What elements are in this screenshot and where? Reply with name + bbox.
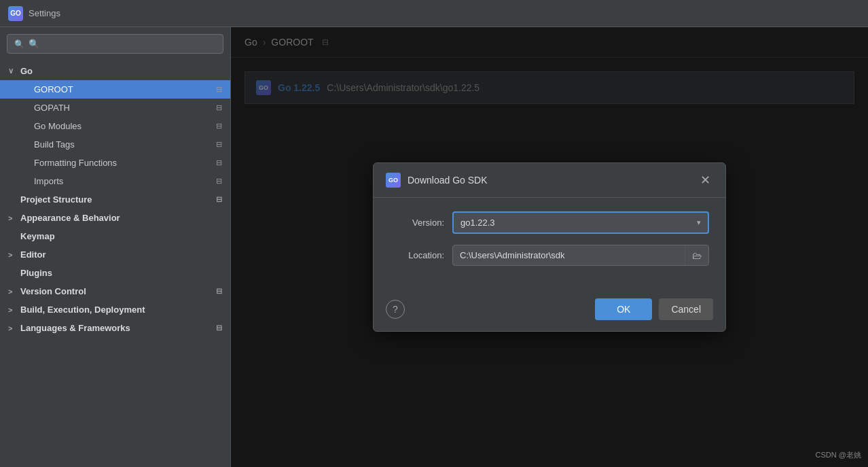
dialog-download-go-sdk: GO Download Go SDK ✕ Version: go1.22.3 ▾	[373, 162, 726, 332]
sidebar-item-goroot[interactable]: GOROOT ⊟	[0, 80, 230, 99]
sidebar-item-go[interactable]: ∨ Go	[0, 62, 230, 80]
help-button[interactable]: ?	[386, 300, 405, 319]
sidebar-item-label: GOROOT	[34, 84, 216, 94]
sidebar-item-label: Imports	[34, 176, 216, 186]
close-button[interactable]: ✕	[698, 173, 713, 188]
sidebar-item-label: Build, Execution, Deployment	[20, 305, 222, 315]
chevron-right-icon: >	[8, 288, 18, 296]
sidebar-item-editor[interactable]: > Editor	[0, 245, 230, 264]
sidebar-item-build-tags[interactable]: Build Tags ⊟	[0, 135, 230, 154]
location-row: Location: 🗁	[390, 245, 709, 266]
sidebar-item-label: Editor	[20, 249, 222, 260]
sidebar-item-appearance-behavior[interactable]: > Appearance & Behavior	[0, 209, 230, 227]
version-label: Version:	[390, 218, 444, 228]
dialog-go-icon: GO	[386, 173, 401, 188]
sidebar-item-label: Project Structure	[20, 194, 216, 205]
dialog-title: Download Go SDK	[408, 175, 691, 186]
search-input[interactable]	[29, 39, 216, 49]
search-container: 🔍	[0, 27, 230, 60]
sidebar-section: ∨ Go GOROOT ⊟ GOPATH ⊟ Go Modules ⊟	[0, 60, 230, 339]
location-input[interactable]	[453, 245, 685, 265]
sidebar-item-keymap[interactable]: Keymap	[0, 227, 230, 245]
main-layout: 🔍 ∨ Go GOROOT ⊟ GOPATH ⊟	[0, 27, 868, 467]
sidebar-item-label: Version Control	[20, 286, 216, 296]
sidebar-item-label: GOPATH	[34, 103, 216, 113]
content-area: Go › GOROOT ⊟ GO Go 1.22.5 C:\Users\Admi…	[231, 27, 868, 467]
sidebar-item-label: Keymap	[20, 231, 222, 241]
chevron-right-icon: >	[8, 324, 18, 332]
sync-icon: ⊟	[216, 85, 222, 94]
version-value: go1.22.3	[460, 218, 495, 228]
chevron-right-icon: >	[8, 251, 18, 259]
sync-icon: ⊟	[216, 140, 222, 149]
dialog-footer: ? OK Cancel	[374, 290, 725, 331]
sidebar: 🔍 ∨ Go GOROOT ⊟ GOPATH ⊟	[0, 27, 231, 467]
sidebar-item-label: Appearance & Behavior	[20, 213, 222, 223]
sidebar-item-label: Formatting Functions	[34, 158, 216, 168]
sidebar-item-imports[interactable]: Imports ⊟	[0, 172, 230, 190]
chevron-right-icon: >	[8, 214, 18, 222]
dropdown-arrow-icon: ▾	[697, 218, 701, 227]
location-input-container: 🗁	[452, 245, 709, 266]
sidebar-item-gopath[interactable]: GOPATH ⊟	[0, 99, 230, 117]
app-icon: GO	[8, 6, 23, 21]
sidebar-item-build-exec-deploy[interactable]: > Build, Execution, Deployment	[0, 300, 230, 319]
sidebar-item-label: Build Tags	[34, 139, 216, 150]
sidebar-item-label: Go	[20, 66, 222, 76]
sidebar-item-version-control[interactable]: > Version Control ⊟	[0, 282, 230, 300]
sidebar-item-plugins[interactable]: Plugins	[0, 264, 230, 282]
sync-icon: ⊟	[216, 122, 222, 131]
dialog-header: GO Download Go SDK ✕	[374, 163, 725, 198]
browse-button[interactable]: 🗁	[685, 246, 708, 265]
sync-icon: ⊟	[216, 324, 222, 332]
version-row: Version: go1.22.3 ▾	[390, 211, 709, 234]
chevron-right-icon: >	[8, 306, 18, 314]
title-bar: GO Settings	[0, 0, 868, 27]
sidebar-item-label: Go Modules	[34, 121, 216, 131]
sync-icon: ⊟	[216, 103, 222, 112]
location-label: Location:	[390, 250, 444, 260]
sidebar-item-languages-frameworks[interactable]: > Languages & Frameworks ⊟	[0, 319, 230, 337]
cancel-button[interactable]: Cancel	[659, 298, 713, 320]
sync-icon: ⊟	[216, 158, 222, 167]
watermark: CSDN @老姚	[816, 450, 861, 460]
ok-button[interactable]: OK	[595, 298, 652, 320]
sync-icon: ⊟	[216, 177, 222, 186]
version-select[interactable]: go1.22.3 ▾	[452, 211, 709, 234]
modal-overlay: GO Download Go SDK ✕ Version: go1.22.3 ▾	[231, 27, 868, 467]
sidebar-item-label: Languages & Frameworks	[20, 323, 216, 333]
search-box[interactable]: 🔍	[7, 34, 223, 54]
chevron-down-icon: ∨	[8, 67, 18, 75]
app-title: Settings	[29, 8, 60, 18]
sidebar-item-label: Plugins	[20, 268, 222, 278]
search-icon: 🔍	[14, 39, 24, 49]
sidebar-item-project-structure[interactable]: Project Structure ⊟	[0, 190, 230, 209]
sync-icon: ⊟	[216, 195, 222, 204]
sidebar-item-go-modules[interactable]: Go Modules ⊟	[0, 117, 230, 135]
sync-icon: ⊟	[216, 287, 222, 296]
sidebar-item-formatting-functions[interactable]: Formatting Functions ⊟	[0, 154, 230, 172]
dialog-body: Version: go1.22.3 ▾ Location: 🗁	[374, 198, 725, 290]
